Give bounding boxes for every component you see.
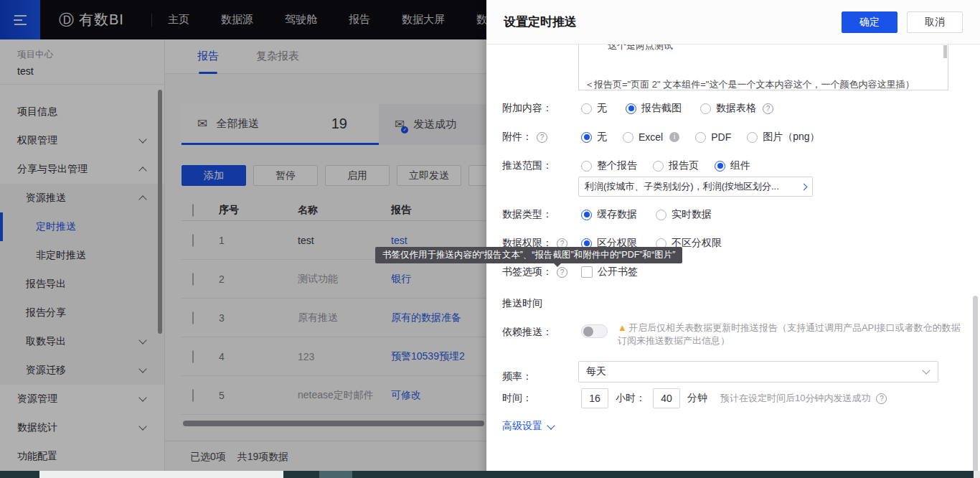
radio-realtime-data[interactable]: 实时数据: [656, 208, 712, 221]
drawer-title: 设置定时推送: [504, 14, 577, 30]
cancel-button[interactable]: 取消: [907, 11, 963, 33]
bookmark-tooltip: 书签仅作用于推送内容的“报告文本”、“报告截图”和附件中的“PDF”和“图片”: [375, 247, 682, 263]
taskbar-strip: [0, 471, 980, 478]
radio-checked-icon: [581, 210, 592, 220]
radio-cached-data[interactable]: 缓存数据: [581, 208, 637, 221]
toggle-knob: [583, 327, 593, 337]
radio-attach-png[interactable]: 图片（png）: [747, 131, 819, 144]
component-selector[interactable]: 利润(按城市、子类别划分)，利润(按地区划分...: [578, 177, 813, 197]
radio-icon: [747, 132, 758, 143]
question-icon[interactable]: ?: [537, 132, 547, 143]
push-scope-row: 推送范围： 整个报告 报告页 组件: [502, 156, 963, 175]
radio-attach-excel[interactable]: Exceli: [623, 131, 679, 143]
drawer-header: 设置定时推送 确定 取消: [486, 0, 980, 44]
radio-whole-report[interactable]: 整个报告: [581, 159, 637, 172]
warning-icon: ▲: [618, 322, 627, 333]
radio-icon: [623, 132, 633, 143]
frequency-select[interactable]: 每天: [578, 361, 938, 383]
radio-data-table[interactable]: 数据表格?: [700, 102, 773, 115]
radio-icon: [695, 132, 706, 143]
radio-report-page[interactable]: 报告页: [653, 159, 699, 172]
checkbox-icon: [581, 266, 593, 278]
chevron-right-icon: [801, 183, 808, 190]
minute-input[interactable]: [653, 388, 680, 408]
radio-icon: [700, 103, 711, 114]
question-icon[interactable]: ?: [557, 267, 567, 278]
radio-checked-icon: [581, 132, 592, 143]
attachment-row: 附件：? 无 Exceli PDF 图片（png）: [502, 128, 963, 146]
time-row: 时间： 小时： 分钟 预计在设定时间后10分钟内发送成功?: [502, 388, 963, 408]
radio-attach-none[interactable]: 无: [581, 131, 607, 144]
radio-checked-icon: [715, 161, 725, 172]
radio-checked-icon: [626, 103, 636, 114]
radio-icon: [653, 161, 664, 172]
drawer-scrollbar[interactable]: [973, 296, 978, 475]
depend-push-row: 依赖推送： ▲开启后仅相关表数据更新时推送报告（支持通过调用产品API接口或者数…: [502, 322, 963, 347]
textarea-scrollbar[interactable]: [943, 45, 947, 58]
radio-icon: [581, 103, 592, 114]
attach-content-row: 附加内容： 无 报告截图 数据表格?: [502, 99, 963, 118]
radio-component[interactable]: 组件: [715, 159, 750, 172]
advanced-settings-link[interactable]: 高级设置: [502, 420, 554, 433]
drawer-overlay-mask[interactable]: [0, 0, 486, 478]
radio-attach-pdf[interactable]: PDF: [695, 131, 731, 143]
radio-none[interactable]: 无: [581, 102, 607, 115]
hour-input[interactable]: [581, 388, 608, 408]
confirm-button[interactable]: 确定: [842, 11, 897, 33]
question-icon[interactable]: ?: [876, 393, 887, 404]
question-icon[interactable]: ?: [763, 103, 773, 114]
data-type-row: 数据类型： 缓存数据 实时数据: [502, 205, 963, 224]
depend-push-toggle[interactable]: [581, 324, 608, 338]
chevron-down-icon: [547, 421, 555, 429]
scheduled-push-drawer: 设置定时推送 确定 取消 这个是两点测试 ＜报告页="页面 2" 文本组件="这…: [486, 0, 980, 478]
radio-report-screenshot[interactable]: 报告截图: [626, 102, 682, 115]
public-bookmark-checkbox[interactable]: 公开书签: [581, 266, 638, 278]
info-icon[interactable]: i: [669, 132, 679, 142]
tooltip-caret: [554, 263, 561, 267]
chevron-down-icon: [922, 366, 930, 374]
push-time-section-title: 推送时间: [502, 297, 542, 310]
report-text-textarea[interactable]: 这个是两点测试 ＜报告页="页面 2" 文本组件="这个是一个文本内容这个，一个…: [578, 44, 948, 90]
bookmark-option-row: 书签选项：? 公开书签: [502, 263, 963, 281]
radio-icon: [581, 161, 592, 172]
radio-icon: [656, 210, 666, 220]
